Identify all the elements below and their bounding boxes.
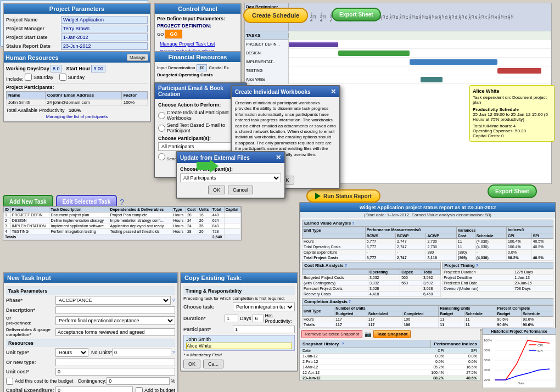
external-participants-dropdown[interactable]: All Participants — [180, 173, 281, 182]
send-text-option[interactable]: Send Text Based E-mail to Participant — [158, 122, 243, 133]
gantt-cells-5 — [289, 75, 551, 84]
no-units-input[interactable] — [112, 349, 171, 356]
go-button[interactable]: GO — [165, 30, 182, 38]
contingency-input[interactable] — [107, 377, 170, 385]
predefined-dropdown[interactable]: Perform final operational acceptance — [55, 316, 175, 325]
task-cost-1: 28 — [186, 212, 198, 218]
participant-cost-1: 24 john@domain.com — [45, 99, 121, 106]
completion-table: Unit Type Number of Units Remaining Unit… — [302, 305, 553, 328]
snapshot-help[interactable]: ? — [341, 342, 344, 346]
gantt-bar-1-overlay — [289, 42, 338, 43]
task-deliv-2: Implementation strategy confi... — [109, 218, 172, 223]
cost-header: Cost — [456, 233, 475, 239]
snapshot-row-1: 1-Jan-12 0.0% 0.0% — [300, 354, 480, 359]
participants-dropdown[interactable]: All Participants — [158, 142, 243, 151]
alice-capital: Capital Costs: 0 — [473, 133, 551, 138]
add-budget-checkbox[interactable] — [6, 378, 13, 385]
manage-list-link[interactable]: Managing the list of participants — [6, 114, 148, 119]
unit-cost-input[interactable] — [55, 368, 175, 376]
svg-text:60%: 60% — [484, 359, 491, 362]
add-to-budget-label[interactable]: Add to budget — [136, 387, 175, 393]
date-col-header: Date — [300, 348, 414, 353]
earned-value-help[interactable]: ? — [352, 221, 354, 225]
or-new-type-row: Or new type: — [6, 359, 175, 366]
task-row-1: 1 PROJECT DEFIN... Document project plan… — [4, 212, 241, 218]
timing-help[interactable]: ? — [476, 264, 478, 267]
phase-dropdown[interactable]: ACCEPTANCE — [55, 296, 171, 305]
copy-task-ok-button[interactable]: OK — [183, 360, 200, 368]
take-snapshot-button[interactable]: Take Snapshot — [373, 330, 411, 338]
ca-row-hours: Hours 117 117 106 11 11 90.6% 90.6% — [303, 317, 553, 322]
description-input[interactable] — [55, 306, 175, 314]
indices-header: Indices⊙ — [506, 227, 553, 233]
no-units-label: No Units* — [91, 350, 112, 355]
unit-type-dropdown[interactable]: Hours — [55, 348, 88, 357]
hrs-label: Hrs Productivity: — [265, 313, 295, 324]
ca-row-totals: Totals 117 117 106 11 11 90.6% 90.6% — [303, 322, 553, 328]
manage-task-list-item[interactable]: Manage Project Task List — [157, 40, 238, 48]
hrs-input[interactable] — [253, 315, 264, 322]
predefined-label: Orpre-defined: — [6, 316, 55, 326]
participant-label: Participant* — [183, 327, 233, 332]
choose-task-label: Choose task: — [183, 304, 233, 310]
spi-legend-label: SPI — [537, 349, 543, 352]
export-sheet-button-bottom[interactable]: Export Sheet — [488, 184, 537, 198]
main-container: Project Parameters Project Name Widget A… — [0, 0, 560, 392]
date-22: 31-Jan-12 — [488, 12, 515, 22]
manage-button[interactable]: Manage — [127, 54, 148, 61]
bcwp-header: BCWP — [396, 233, 426, 239]
remove-snapshot-button[interactable]: Remove Selected Snapshot — [301, 330, 362, 338]
phase-col: Phase — [10, 207, 49, 212]
deliverables-row: Deliverables & gauge completion* — [6, 327, 175, 337]
ev-row-opex: Total Operating Costs 6,777 2,747 2,736 … — [303, 244, 553, 250]
create-workbooks-option[interactable]: Create Individual Participant Workbooks — [158, 110, 243, 121]
cost-risk-help[interactable]: ? — [345, 264, 347, 267]
name-col-header: Name — [7, 92, 46, 99]
capital-row: Capital Expenditure: Add to budget — [6, 387, 175, 392]
duration-input[interactable] — [225, 315, 238, 322]
completion-help[interactable]: ? — [349, 300, 351, 304]
timing-row-1: Projected Duration 1275 Days — [443, 270, 553, 275]
phase-help-icon[interactable]: ? — [172, 298, 175, 303]
snapshot-row-5: 23-Jun-12 88.2% 40.5% — [300, 376, 480, 380]
snap-date-5: 23-Jun-12 — [300, 376, 414, 380]
sunday-checkbox[interactable] — [59, 74, 66, 81]
working-days-value: 8.0 — [51, 65, 62, 72]
no-units-help-icon[interactable]: ? — [172, 350, 175, 355]
new-type-input[interactable] — [55, 359, 175, 366]
alice-productivity-dates: 25-Jan-12 09:00 to 25-Jan-12 15:00 (6 Ho… — [473, 112, 551, 122]
choose-task-dropdown[interactable]: Perform integration testing — [233, 303, 295, 311]
ev-sub-header-row: BCWS BCWP ACWP Cost Schedule CPI SPI — [303, 233, 553, 239]
task-table-area: ID Phase Task Description Dependencies &… — [3, 206, 242, 240]
capital-input[interactable] — [55, 387, 133, 392]
task-id-3: 3 — [4, 223, 11, 229]
workbooks-dialog-close[interactable]: ✕ — [331, 88, 336, 96]
add-to-budget-checkbox[interactable] — [136, 387, 143, 393]
gantt-row-4: TESTING — [245, 66, 551, 75]
external-ok-button[interactable]: OK — [208, 186, 225, 194]
run-status-report-button[interactable]: Run Status Report — [306, 189, 380, 203]
task-units-3: 35 — [198, 223, 211, 229]
cr-row-2: (with Contingency) 3,032 560 3,592 — [303, 281, 441, 286]
deliverables-input[interactable] — [55, 328, 175, 336]
external-dialog-title: Update from External Files ✕ — [177, 152, 284, 163]
add-budget-label[interactable]: Add this cost to the budget — [6, 378, 74, 385]
copy-task-cancel-button[interactable]: Ca... — [203, 360, 223, 368]
participant-input[interactable] — [233, 326, 295, 333]
gantt-row-2: DESIGN — [245, 49, 551, 58]
snap-date-3: 1-Mar-12 — [300, 365, 414, 369]
help-icon[interactable]: ? — [120, 198, 124, 206]
create-schedule-button[interactable]: Create Schedule — [243, 8, 308, 23]
alice-info-box: Alice White Task dependent on: Document … — [469, 85, 555, 142]
working-days-label: Working Days/Day — [6, 66, 49, 71]
unit-cost-label: Unit cost* — [6, 369, 55, 374]
external-dialog-close[interactable]: ✕ — [276, 154, 281, 161]
copy-task-title: Copy Existing Task: — [181, 273, 297, 283]
unit-cost-row: Unit cost* — [6, 368, 175, 376]
task-phase-3: IMPLEMENTATION — [10, 223, 49, 229]
saturday-checkbox[interactable] — [25, 74, 32, 81]
export-sheet-button-top[interactable]: Export Sheet — [332, 8, 381, 21]
spi-header: SPI — [531, 233, 553, 239]
external-cancel-button[interactable]: Cancel — [228, 186, 253, 194]
task-units-4: 26 — [198, 229, 211, 234]
